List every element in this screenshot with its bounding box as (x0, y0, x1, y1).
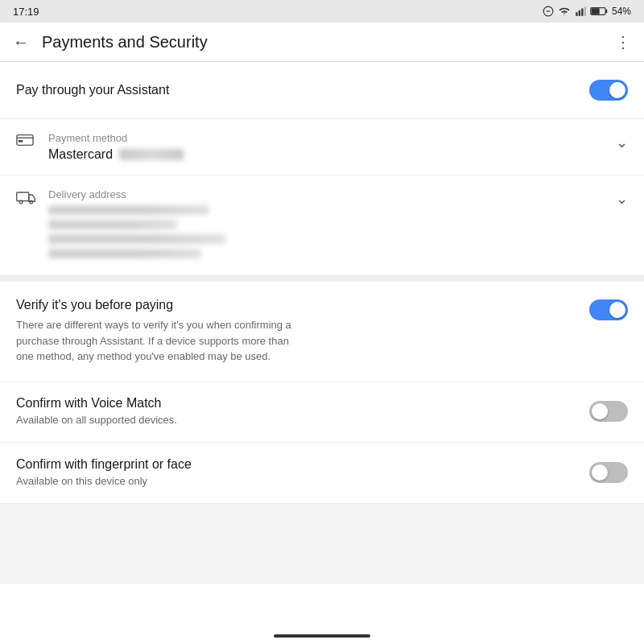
masked-card-number (119, 149, 184, 160)
fingerprint-toggle[interactable] (589, 462, 628, 483)
svg-point-13 (19, 200, 23, 204)
bottom-gray-area (0, 504, 644, 584)
voice-match-toggle[interactable] (589, 401, 628, 422)
status-time: 17:19 (13, 6, 39, 18)
battery-icon (590, 6, 608, 16)
address-line-2 (48, 220, 177, 229)
delivery-address-row[interactable]: Delivery address ⌄ (0, 175, 644, 275)
pay-assistant-row[interactable]: Pay through your Assistant (0, 62, 644, 119)
home-bar (274, 634, 370, 638)
svg-rect-4 (581, 9, 583, 16)
status-bar: 17:19 54% (0, 0, 644, 23)
card-icon (16, 132, 48, 150)
verify-title: Verify it's you before paying (16, 298, 576, 312)
home-indicator (0, 628, 644, 644)
top-bar: ← Payments and Security ⋮ (0, 23, 644, 62)
svg-rect-5 (584, 6, 586, 16)
pay-assistant-label: Pay through your Assistant (16, 83, 589, 97)
verify-text: Verify it's you before paying There are … (16, 298, 576, 365)
payment-method-content: Payment method Mastercard (48, 132, 616, 162)
verify-desc: There are different ways to verify it's … (16, 317, 306, 365)
back-button[interactable]: ← (13, 33, 29, 52)
address-line-3 (48, 234, 225, 244)
svg-rect-2 (576, 12, 577, 16)
section-divider (0, 275, 644, 282)
delivery-address-label: Delivery address (48, 188, 616, 200)
fingerprint-subtitle: Available on this device only (16, 474, 589, 489)
page-title: Payments and Security (42, 33, 615, 52)
status-icons: 54% (543, 6, 631, 17)
wifi-icon (558, 6, 571, 16)
signal-icon (575, 6, 586, 17)
voice-match-toggle-knob (592, 403, 608, 419)
svg-point-14 (30, 200, 33, 204)
pay-assistant-toggle[interactable] (589, 80, 628, 101)
payment-method-row[interactable]: Payment method Mastercard ⌄ (0, 119, 644, 175)
address-chevron-icon: ⌄ (616, 188, 628, 208)
voice-match-row[interactable]: Confirm with Voice Match Available on al… (0, 382, 644, 443)
delivery-address-content: Delivery address (48, 188, 616, 258)
more-button[interactable]: ⋮ (615, 32, 631, 52)
fingerprint-toggle-knob (592, 464, 608, 481)
svg-rect-12 (17, 192, 29, 201)
svg-rect-11 (19, 140, 23, 142)
fingerprint-title: Confirm with fingerprint or face (16, 457, 589, 472)
svg-rect-3 (579, 10, 580, 16)
verify-section: Verify it's you before paying There are … (0, 282, 644, 382)
truck-icon (16, 188, 48, 208)
fingerprint-row[interactable]: Confirm with fingerprint or face Availab… (0, 443, 644, 504)
payment-chevron-icon: ⌄ (616, 132, 628, 151)
voice-match-text: Confirm with Voice Match Available on al… (16, 396, 589, 427)
screen: ← Payments and Security ⋮ Pay through yo… (0, 23, 644, 644)
toggle-knob (609, 82, 625, 98)
fingerprint-text: Confirm with fingerprint or face Availab… (16, 457, 589, 489)
verify-header: Verify it's you before paying There are … (16, 298, 628, 365)
battery-percent: 54% (612, 6, 631, 17)
address-blurred (48, 205, 616, 258)
content-area: Pay through your Assistant Payment metho… (0, 62, 644, 628)
verify-toggle-knob (609, 302, 625, 318)
do-not-disturb-icon (543, 6, 554, 17)
address-line-4 (48, 249, 201, 258)
mastercard-value: Mastercard (48, 147, 184, 162)
payment-method-label: Payment method (48, 132, 616, 144)
address-line-1 (48, 205, 209, 215)
voice-match-subtitle: Available on all supported devices. (16, 413, 589, 427)
svg-rect-7 (605, 10, 607, 13)
verify-toggle[interactable] (589, 299, 628, 320)
svg-rect-8 (591, 8, 599, 14)
voice-match-title: Confirm with Voice Match (16, 396, 589, 411)
